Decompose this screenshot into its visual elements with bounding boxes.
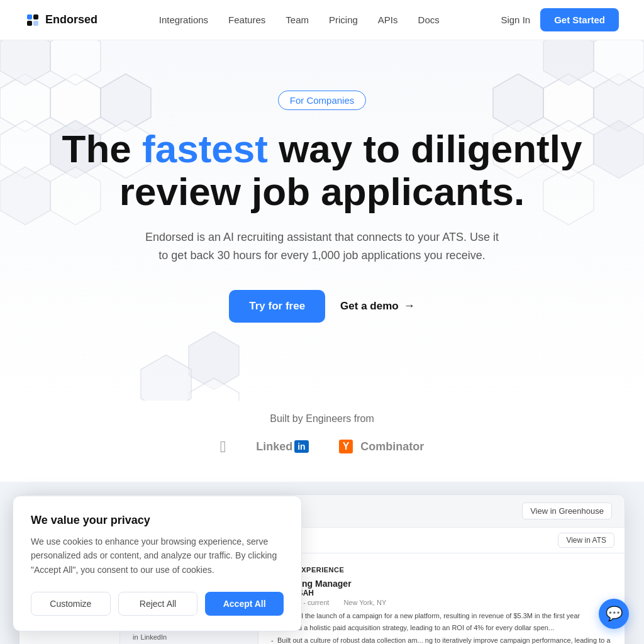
chat-icon: 💬 — [606, 606, 623, 622]
get-demo-label: Get a demo — [340, 300, 399, 313]
cookie-buttons: Customize Reject All Accept All — [31, 592, 284, 616]
hero-title-before: The — [62, 127, 142, 170]
resume-right-panel: WORK EXPERIENCE Marketing Manager HADASS… — [258, 553, 625, 644]
svg-marker-16 — [543, 40, 594, 85]
hero-subtitle: Endorsed is an AI recruiting assistant t… — [140, 228, 504, 265]
built-by-section: Built by Engineers from  Linked in Y Co… — [0, 401, 644, 482]
chat-button[interactable]: 💬 — [599, 599, 629, 629]
resume-bullet-0: Directed the launch of a campaign for a … — [271, 611, 612, 621]
svg-marker-24 — [189, 378, 239, 400]
nav-team[interactable]: Team — [286, 14, 309, 25]
logo-icon — [25, 13, 40, 28]
demo-arrow: → — [404, 299, 415, 313]
accept-all-button[interactable]: Accept All — [205, 592, 284, 616]
svg-marker-23 — [189, 331, 239, 389]
linkedin-small-icon: in — [133, 633, 138, 641]
svg-marker-17 — [594, 40, 644, 85]
yc-icon: Y — [339, 440, 353, 453]
try-for-free-button[interactable]: Try for free — [229, 290, 325, 323]
linkedin-logo: Linked in — [256, 440, 308, 453]
svg-marker-8 — [0, 40, 50, 85]
signin-link[interactable]: Sign In — [501, 14, 530, 25]
svg-rect-1 — [33, 14, 38, 19]
built-by-logos:  Linked in Y Combinator — [0, 437, 644, 457]
svg-rect-0 — [27, 14, 32, 19]
customize-button[interactable]: Customize — [31, 592, 111, 616]
svg-marker-6 — [50, 40, 101, 85]
resume-bullet-1: Created a holistic paid acquisition stra… — [271, 623, 612, 633]
hero-title-accent: fastest — [142, 127, 268, 170]
yc-text: Combinator — [360, 440, 424, 453]
resume-dates: May 2018 - current New York, NY — [271, 599, 612, 606]
work-experience-title: WORK EXPERIENCE — [271, 566, 612, 574]
linkedin-in-box: in — [294, 440, 308, 453]
nav-pricing[interactable]: Pricing — [329, 14, 358, 25]
cookie-text: We use cookies to enhance your browsing … — [31, 535, 284, 577]
nav-apis[interactable]: APIs — [378, 14, 398, 25]
view-ats-button[interactable]: View in ATS — [558, 533, 614, 548]
resume-linkedin: in LinkedIn — [133, 633, 245, 641]
svg-marker-25 — [141, 355, 191, 400]
nav-features[interactable]: Features — [228, 14, 265, 25]
hero-title: The fastest way to diligently review job… — [39, 128, 605, 213]
nav-integrations[interactable]: Integrations — [159, 14, 208, 25]
resume-company: HADASSAH — [271, 589, 612, 597]
logo-text: Endorsed — [45, 13, 97, 26]
navbar: Endorsed Integrations Features Team Pric… — [0, 0, 644, 40]
cookie-banner: We value your privacy We use cookies to … — [13, 496, 302, 631]
logo[interactable]: Endorsed — [25, 13, 97, 28]
hero-actions: Try for free Get a demo → — [25, 290, 619, 323]
get-started-button[interactable]: Get Started — [540, 8, 619, 31]
resume-job-title: Marketing Manager — [271, 579, 612, 589]
svg-rect-3 — [33, 21, 38, 26]
cookie-title: We value your privacy — [31, 514, 284, 527]
resume-bullet-2: Built out a culture of robust data colle… — [271, 636, 612, 644]
get-demo-button[interactable]: Get a demo → — [340, 299, 415, 313]
linkedin-text: Linked — [256, 440, 292, 453]
nav-links: Integrations Features Team Pricing APIs … — [159, 14, 440, 25]
hero-section: For Companies The fastest way to diligen… — [0, 40, 644, 401]
svg-rect-2 — [27, 21, 32, 26]
apple-logo:  — [220, 437, 226, 457]
apple-icon:  — [220, 437, 226, 457]
yc-logo: Y Combinator — [339, 440, 425, 453]
for-companies-badge: For Companies — [278, 91, 367, 110]
nav-docs[interactable]: Docs — [418, 14, 440, 25]
view-greenhouse-button[interactable]: View in Greenhouse — [522, 502, 612, 519]
reject-all-button[interactable]: Reject All — [118, 592, 198, 616]
built-by-label: Built by Engineers from — [0, 413, 644, 425]
nav-right: Sign In Get Started — [501, 8, 619, 31]
